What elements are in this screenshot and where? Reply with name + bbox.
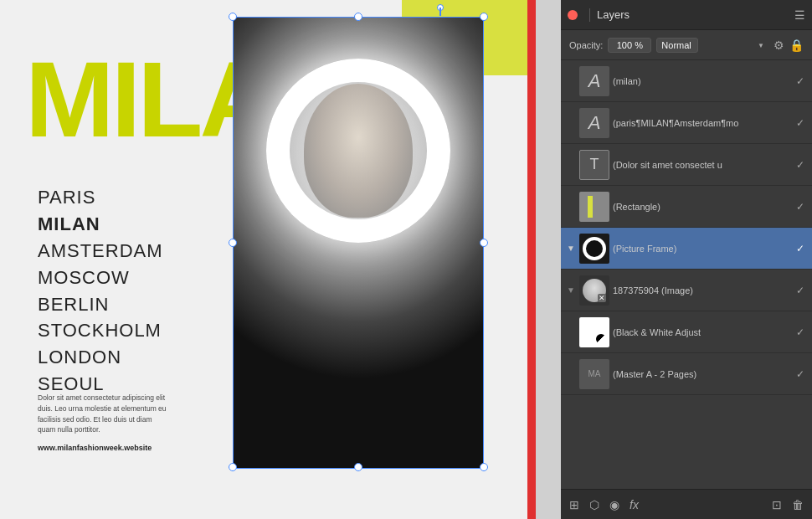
handle-middle-right[interactable] (480, 239, 488, 247)
city-milan: MILAN (38, 211, 163, 238)
design-canvas: MILAN PARIS MILAN AMSTERDAM MOSCOW BERLI… (0, 0, 536, 519)
layer-thumbnail-bw (579, 317, 609, 347)
layer-thumbnail-milan: A (579, 66, 609, 96)
panel-title: Layers (597, 8, 794, 21)
yellow-bar (588, 196, 593, 218)
panel-header: Layers ☰ (561, 0, 812, 30)
city-paris: PARIS (38, 184, 163, 211)
body-text: Dolor sit amet consectetur adipiscing el… (38, 393, 172, 435)
layer-visible-image[interactable]: ✓ (794, 285, 807, 296)
layer-rectangle[interactable]: (Rectangle) ✓ (561, 186, 812, 228)
layer-master[interactable]: MA (Master A - 2 Pages) ✓ (561, 353, 812, 395)
mini-ring (583, 237, 606, 260)
city-amsterdam: AMSTERDAM (38, 238, 163, 265)
camera-bottom-icon[interactable]: ⬡ (589, 498, 599, 511)
handle-top-left[interactable] (229, 13, 237, 21)
handle-middle-left[interactable] (229, 239, 237, 247)
layer-visible-milan[interactable]: ✓ (794, 75, 807, 87)
lock-icon[interactable]: 🔒 (789, 39, 804, 52)
city-list: PARIS MILAN AMSTERDAM MOSCOW BERLIN STOC… (38, 184, 163, 398)
close-button[interactable] (568, 10, 578, 20)
layer-dolor[interactable]: T (Dolor sit amet consectet u ✓ (561, 144, 812, 186)
website-link: www.milanfashionweek.website (38, 444, 152, 452)
layer-expand-icon: ▼ (566, 244, 576, 253)
layer-visible-paris[interactable]: ✓ (794, 117, 807, 129)
layer-milan[interactable]: A (milan) ✓ (561, 60, 812, 102)
layer-name-dolor: (Dolor sit amet consectet u (613, 160, 790, 170)
panel-bottom-toolbar: ⊞ ⬡ ◉ fx ⊡ 🗑 (561, 489, 812, 519)
layer-image[interactable]: ▼ ✕ 187375904 (Image) ✓ (561, 270, 812, 311)
circle-bottom-icon[interactable]: ◉ (609, 498, 619, 511)
layers-list: A (milan) ✓ A (paris¶MILAN¶Amsterdam¶mo … (561, 60, 812, 489)
red-strip (527, 0, 536, 519)
handle-bottom-center[interactable] (354, 463, 362, 471)
blend-mode-wrapper: Normal Multiply Screen Overlay ▼ (656, 37, 768, 53)
layer-name-bw: (Black & White Adjust (613, 327, 790, 337)
photo-frame (233, 17, 484, 469)
opacity-label: Opacity: (569, 40, 603, 50)
city-moscow: MOSCOW (38, 265, 163, 291)
layer-thumbnail-dolor: T (579, 150, 609, 180)
layer-visible-bw[interactable]: ✓ (794, 326, 807, 338)
layer-thumbnail-image: ✕ (579, 275, 609, 306)
opacity-input[interactable] (608, 38, 651, 53)
blend-arrow-icon: ▼ (758, 41, 764, 49)
layer-name-image: 187375904 (Image) (613, 285, 790, 295)
anchor-line (439, 8, 441, 16)
handle-bottom-right[interactable] (480, 463, 488, 471)
layer-thumbnail-picture-frame (579, 234, 609, 264)
layer-picture-frame[interactable]: ▼ (Picture Frame) ✓ (561, 228, 812, 270)
handle-top-center[interactable] (354, 13, 362, 21)
layer-thumbnail-paris: A (579, 108, 609, 138)
layer-name-rectangle: (Rectangle) (613, 202, 790, 212)
panel-menu-icon[interactable]: ☰ (794, 8, 805, 22)
handle-bottom-left[interactable] (229, 463, 237, 471)
layer-visible-picture-frame[interactable]: ✓ (794, 243, 807, 254)
city-berlin: BERLIN (38, 291, 163, 318)
delete-layer-icon[interactable]: 🗑 (792, 498, 804, 511)
fx-bottom-icon[interactable]: fx (630, 498, 639, 511)
layer-name-picture-frame: (Picture Frame) (613, 244, 790, 254)
settings-icon[interactable]: ⚙ (773, 39, 784, 52)
city-london: LONDON (38, 344, 163, 371)
layer-visible-master[interactable]: ✓ (794, 368, 807, 380)
photo-bw (233, 17, 484, 469)
bw-circle-icon (596, 334, 606, 344)
layer-bw-adjust[interactable]: (Black & White Adjust ✓ (561, 311, 812, 353)
new-layer-icon[interactable]: ⊡ (772, 498, 782, 511)
mini-x-icon: ✕ (598, 294, 606, 302)
canvas-area: MILAN PARIS MILAN AMSTERDAM MOSCOW BERLI… (0, 0, 561, 519)
opacity-row: Opacity: Normal Multiply Screen Overlay … (561, 30, 812, 60)
handle-top-right[interactable] (480, 13, 488, 21)
layer-visible-rectangle[interactable]: ✓ (794, 201, 807, 213)
layer-paris[interactable]: A (paris¶MILAN¶Amsterdam¶mo ✓ (561, 102, 812, 144)
layer-visible-dolor[interactable]: ✓ (794, 159, 807, 171)
layer-expand-icon: ▼ (566, 285, 576, 295)
mini-face: ✕ (583, 279, 606, 302)
layer-name-milan: (milan) (613, 76, 790, 86)
model-face (304, 84, 413, 218)
layer-thumbnail-rectangle (579, 192, 609, 222)
blend-mode-select[interactable]: Normal Multiply Screen Overlay (656, 38, 698, 53)
city-stockholm: STOCKHOLM (38, 317, 163, 344)
layer-thumbnail-master: MA (579, 359, 609, 389)
layers-panel: Layers ☰ Opacity: Normal Multiply Screen… (561, 0, 812, 519)
layer-name-paris: (paris¶MILAN¶Amsterdam¶mo (613, 118, 790, 128)
layers-bottom-icon[interactable]: ⊞ (569, 498, 579, 511)
header-separator (589, 8, 590, 22)
layer-name-master: (Master A - 2 Pages) (613, 369, 790, 379)
